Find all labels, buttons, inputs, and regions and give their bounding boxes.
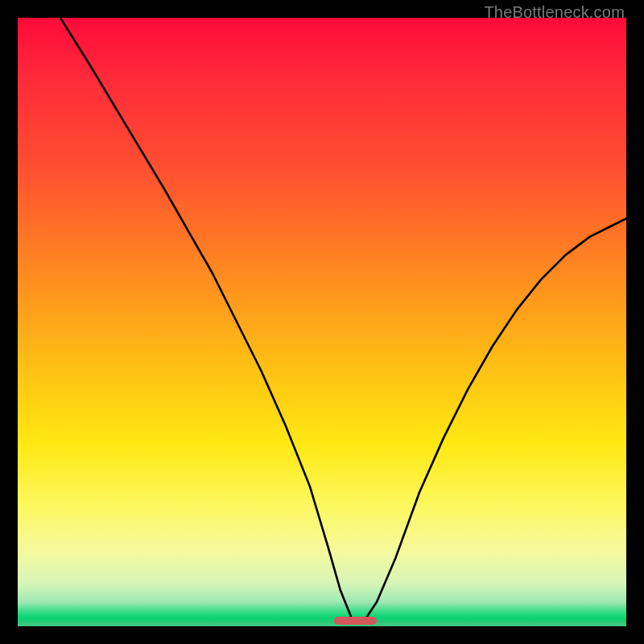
minimum-marker	[334, 617, 377, 625]
plot-area	[18, 18, 626, 626]
chart-frame: TheBottleneck.com	[0, 0, 644, 644]
bottleneck-curve	[18, 18, 626, 626]
